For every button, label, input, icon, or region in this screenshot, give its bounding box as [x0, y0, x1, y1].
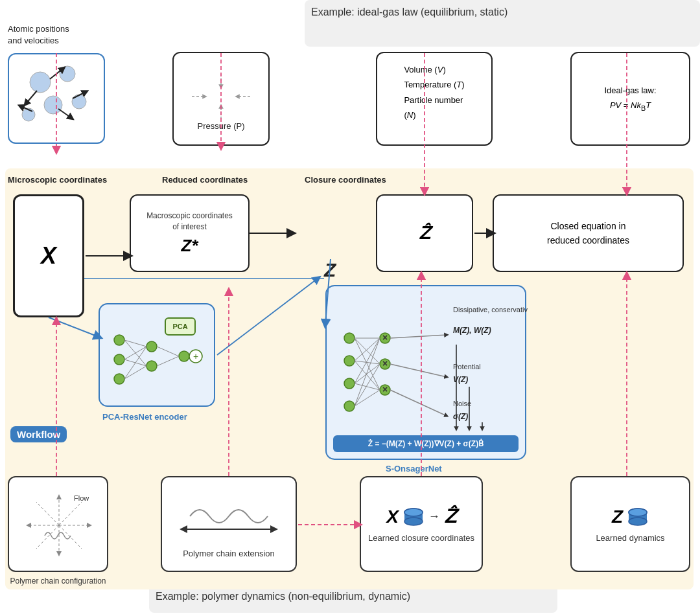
atomic-positions-label: Atomic positionsand velocities — [8, 23, 69, 47]
encoder-box: PCA + — [99, 303, 215, 407]
polymer-chain-config-label: Polymer chain configuration — [8, 576, 108, 586]
polymer-chain-label: Polymer chain extension — [183, 549, 275, 558]
svg-line-43 — [355, 338, 380, 383]
learned-dynamics-label: Learned dynamics — [596, 533, 664, 543]
svg-line-26 — [124, 347, 146, 379]
atomic-positions-box — [8, 53, 105, 144]
svg-line-44 — [355, 364, 380, 383]
svg-text:×: × — [382, 384, 388, 394]
workflow-badge: Workflow — [10, 426, 67, 442]
svg-text:σ(Z): σ(Z) — [453, 412, 468, 421]
bottom-example-label: Example: polymer dynamics (non-equilibri… — [156, 591, 410, 602]
svg-marker-75 — [87, 523, 92, 528]
svg-line-70 — [36, 502, 59, 525]
svg-point-2 — [44, 96, 62, 114]
atomic-positions-svg — [14, 60, 99, 137]
volume-label: Volume (V) Temperature (T) Particle numb… — [404, 62, 464, 123]
svg-line-45 — [355, 383, 380, 390]
svg-line-28 — [157, 347, 179, 356]
db-icon-dynamics — [627, 506, 649, 528]
z-mid-label: Z — [324, 259, 336, 281]
closed-equation-box: Closed equation inreduced coordinates — [493, 194, 684, 272]
x-bottom-label: X — [386, 507, 399, 527]
svg-point-31 — [344, 356, 355, 366]
z-dot-equation: Ż = −(M(Z) + W(Z))∇V(Z) + σ(Z)Ḃ — [333, 435, 519, 452]
svg-line-53 — [390, 364, 447, 377]
svg-line-6 — [26, 91, 37, 104]
svg-text:+: + — [193, 351, 198, 361]
svg-text:Flow: Flow — [74, 494, 89, 502]
svg-text:×: × — [382, 358, 388, 369]
svg-line-54 — [390, 390, 447, 416]
svg-point-85 — [629, 508, 647, 516]
pca-resnet-label: PCA-ResNet encoder — [102, 412, 187, 422]
top-example-label: Example: ideal-gas law (equilibrium, sta… — [311, 6, 508, 18]
macroscopic-label: Macroscopic coordinatesof interest — [146, 211, 233, 233]
x-label: X — [41, 242, 56, 269]
z-hat-box: Ẑ — [376, 194, 473, 272]
x-box: X — [13, 194, 84, 317]
svg-line-39 — [355, 338, 380, 390]
flow-box: Flow — [8, 476, 108, 572]
svg-text:M(Z), W(Z): M(Z), W(Z) — [453, 326, 491, 335]
z-hat-math: Ẑ — [419, 223, 430, 244]
svg-point-19 — [179, 351, 189, 361]
svg-point-81 — [404, 508, 423, 516]
volume-box: Volume (V) Temperature (T) Particle numb… — [376, 52, 493, 146]
closed-equation-label: Closed equation inreduced coordinates — [547, 219, 629, 248]
svg-point-1 — [60, 66, 75, 82]
ideal-gas-box: Ideal-gas law: PV = NkBT — [570, 52, 690, 146]
polymer-chain-svg — [170, 490, 287, 542]
svg-point-84 — [629, 518, 647, 525]
svg-line-52 — [390, 335, 447, 338]
svg-point-30 — [344, 333, 355, 343]
svg-point-17 — [146, 341, 157, 352]
svg-line-46 — [355, 338, 380, 406]
svg-text:×: × — [382, 332, 388, 343]
svg-text:Dissipative, conservative forc: Dissipative, conservative forces — [453, 306, 528, 314]
svg-text:Potential: Potential — [453, 363, 481, 371]
s-onsagernet-label: S-OnsagerNet — [386, 464, 442, 473]
db-icon-closure — [402, 506, 425, 528]
pressure-svg — [185, 67, 257, 126]
svg-point-0 — [30, 72, 51, 93]
learned-dynamics-box: Z Learned dynamics — [570, 476, 690, 572]
svg-point-80 — [404, 518, 423, 525]
svg-text:Noise: Noise — [453, 400, 471, 407]
ideal-gas-label: Ideal-gas law: PV = NkBT — [604, 84, 656, 113]
svg-marker-74 — [26, 523, 31, 528]
learned-closure-label: Learned closure coordinates — [368, 533, 474, 543]
svg-marker-73 — [56, 551, 62, 556]
svg-line-48 — [355, 390, 380, 406]
onsager-box: × × × Dissipative, conservative forces M… — [325, 285, 526, 460]
svg-point-15 — [114, 354, 124, 365]
learned-closure-box: X → Ẑ Learned closure coordinates — [360, 476, 483, 572]
svg-point-33 — [344, 401, 355, 411]
svg-marker-72 — [56, 494, 62, 499]
z-star-math: Z* — [181, 236, 198, 256]
z-star-box: Macroscopic coordinatesof interest Z* — [130, 194, 250, 272]
svg-line-7 — [58, 109, 71, 118]
encoder-svg: + — [100, 304, 216, 408]
reduced-coords-label: Reduced coordinates — [162, 175, 248, 185]
closure-coords-label: Closure coordinates — [305, 175, 386, 185]
polymer-chain-box: Polymer chain extension — [161, 476, 297, 572]
svg-point-14 — [114, 335, 124, 345]
svg-text:V(Z): V(Z) — [453, 375, 468, 384]
svg-point-16 — [114, 374, 124, 384]
svg-line-22 — [124, 340, 146, 347]
svg-line-69 — [36, 525, 59, 549]
microscopic-coords-label: Microscopic coordinates — [8, 175, 107, 185]
svg-line-68 — [59, 502, 82, 525]
svg-line-29 — [157, 356, 179, 366]
svg-line-24 — [124, 347, 146, 359]
svg-point-4 — [72, 95, 86, 109]
svg-point-32 — [344, 378, 355, 389]
flow-svg: Flow — [9, 477, 110, 573]
svg-line-27 — [124, 366, 146, 379]
pressure-box: Pressure (P) — [172, 52, 270, 146]
svg-point-18 — [146, 361, 157, 371]
svg-line-40 — [355, 338, 380, 361]
z-dynamics-label: Z — [612, 507, 623, 527]
z-hat-bottom-label: Ẑ — [444, 506, 456, 527]
